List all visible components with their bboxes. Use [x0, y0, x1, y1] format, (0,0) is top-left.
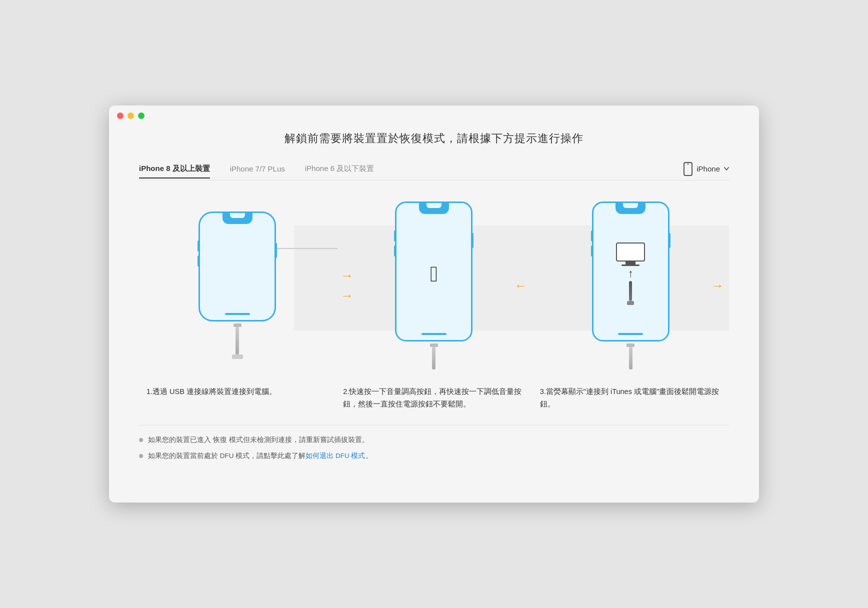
minimize-button[interactable] [128, 112, 134, 119]
tab-iphone8-plus[interactable]: iPhone 8 及以上裝置 [139, 164, 210, 178]
step-1-text: 1.透過 USB 連接線將裝置連接到電腦。 [146, 386, 328, 398]
device-selector[interactable]: iPhone [684, 162, 729, 180]
arrow-right-3: → [711, 278, 724, 293]
vol-down-2 [394, 246, 396, 256]
bullet-2 [139, 454, 143, 458]
titlebar [109, 106, 759, 126]
step-2-illustration: → → ← [336, 196, 532, 376]
footer-note-2: 如果您的裝置當前處於 DFU 模式，請點擊此處了解如何退出 DFU 模式。 [139, 452, 729, 460]
tab-iphone7[interactable]: iPhone 7/7 PLus [230, 164, 285, 177]
phone-notch [222, 213, 252, 224]
step3-right-arrow: → [711, 279, 724, 292]
vol-up-2 [394, 230, 396, 242]
power-button-3 [668, 233, 670, 248]
vol-up-button [198, 240, 200, 252]
usb-cable-step3 [626, 344, 634, 370]
step-2-text: 2.快速按一下音量調高按鈕，再快速按一下調低音量按鈕，然後一直按住電源按鈕不要鬆… [343, 386, 524, 410]
step2-phone:  [395, 202, 472, 342]
step-3: → [532, 196, 729, 410]
main-title: 解鎖前需要將裝置置於恢復模式，請根據下方提示進行操作 [139, 131, 729, 146]
step-2-text-area: 2.快速按一下音量調高按鈕，再快速按一下調低音量按鈕，然後一直按住電源按鈕不要鬆… [336, 376, 532, 410]
arrow-left-1: ← [514, 278, 528, 293]
phone-notch-inner-3 [623, 203, 638, 208]
step-2: → → ← [336, 196, 532, 410]
phone-notch-3 [616, 203, 646, 214]
phone-notch-2 [419, 203, 449, 214]
vol-down-button [198, 256, 200, 266]
device-label: iPhone [696, 164, 720, 173]
footer-note-1-text: 如果您的裝置已進入 恢復 模式但未檢測到連接，請重新嘗試插拔裝置。 [148, 436, 369, 444]
lightning-connector-3 [626, 344, 634, 347]
vol-up-3 [591, 230, 593, 242]
traffic-lights [117, 112, 144, 119]
power-button [275, 243, 277, 258]
usb-wire-2 [432, 347, 436, 370]
close-button[interactable] [117, 112, 124, 119]
step-3-text: 3.當熒幕顯示"連接到 iTunes 或電腦"畫面後鬆開電源按鈕。 [540, 386, 722, 410]
usb-wire [236, 327, 239, 354]
chevron-down-icon [724, 167, 729, 170]
phone-icon-small [684, 162, 692, 176]
cable-going-down [629, 281, 632, 301]
main-window: 解鎖前需要將裝置置於恢復模式，請根據下方提示進行操作 iPhone 8 及以上裝… [109, 106, 759, 502]
footer-note-2-after: 。 [366, 452, 372, 460]
arrow-right-2: → [340, 289, 354, 302]
usb-wire-3 [629, 347, 632, 370]
content-area: 解鎖前需要將裝置置於恢復模式，請根據下方提示進行操作 iPhone 8 及以上裝… [109, 126, 759, 482]
step2-phone-wrapper:  [395, 202, 472, 370]
home-bar [225, 313, 250, 315]
left-arrows: → → [340, 269, 354, 302]
footer-notes: 如果您的裝置已進入 恢復 模式但未檢測到連接，請重新嘗試插拔裝置。 如果您的裝置… [139, 425, 729, 460]
tab-iphone6[interactable]: iPhone 6 及以下裝置 [305, 164, 374, 178]
footer-note-2-before: 如果您的裝置當前處於 DFU 模式，請點擊此處了解 [148, 452, 306, 460]
usb-cable-step1 [232, 324, 243, 359]
monitor-icon [616, 242, 645, 262]
maximize-button[interactable] [138, 112, 144, 119]
apple-logo:  [430, 263, 438, 285]
svg-rect-0 [684, 162, 692, 176]
lightning-connector [234, 324, 242, 327]
usb-cable-step2 [430, 344, 438, 370]
step1-phone-wrapper [198, 212, 276, 359]
power-button-2 [472, 233, 474, 248]
phone-notch-inner-2 [426, 203, 442, 208]
footer-note-1: 如果您的裝置已進入 恢復 模式但未檢測到連接，請重新嘗試插拔裝置。 [139, 436, 729, 444]
dfu-mode-link[interactable]: 如何退出 DFU 模式 [306, 452, 365, 460]
step-3-illustration: → [532, 196, 729, 376]
bullet-1 [139, 438, 143, 442]
monitor-base-icon [622, 264, 640, 266]
usb-plug [232, 354, 243, 359]
step-1: 1.透過 USB 連接線將裝置連接到電腦。 [139, 196, 336, 410]
lightning-connector-2 [430, 344, 438, 347]
home-bar-2 [422, 333, 446, 335]
upload-arrow-icon: ↑ [628, 268, 634, 279]
arrow-right-1: → [340, 269, 354, 282]
usb-end-3 [627, 301, 634, 305]
computer-cable-icon: ↑ [616, 242, 645, 305]
step1-phone [198, 212, 276, 322]
step-3-text-area: 3.當熒幕顯示"連接到 iTunes 或電腦"畫面後鬆開電源按鈕。 [532, 376, 729, 410]
home-bar-3 [618, 333, 643, 335]
step-1-text-area: 1.透過 USB 連接線將裝置連接到電腦。 [139, 376, 336, 398]
vol-down-3 [591, 246, 593, 256]
steps-container: 1.透過 USB 連接線將裝置連接到電腦。 → → ← [139, 196, 729, 410]
step3-phone: ↑ [592, 202, 670, 342]
tabs-row: iPhone 8 及以上裝置 iPhone 7/7 PLus iPhone 6 … [139, 162, 729, 180]
phone-notch-inner [230, 213, 245, 218]
step3-phone-wrapper: ↑ [592, 202, 670, 370]
right-arrow: ← [514, 279, 528, 292]
footer-note-2-text: 如果您的裝置當前處於 DFU 模式，請點擊此處了解如何退出 DFU 模式。 [148, 452, 372, 460]
step-1-illustration [139, 196, 336, 376]
